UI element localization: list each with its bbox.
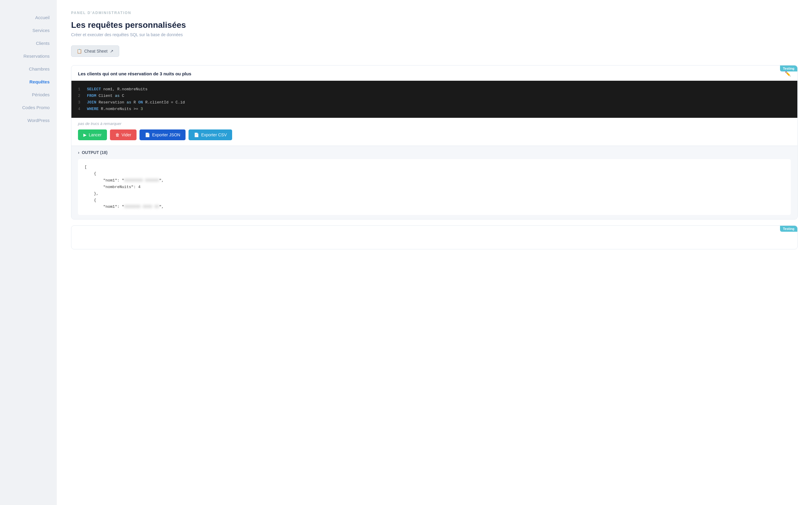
play-icon: ▶ — [83, 133, 87, 137]
sidebar: Accueil Services Clients Reservations Ch… — [0, 0, 57, 505]
lancer-label: Lancer — [89, 133, 101, 137]
sidebar-item-reservations[interactable]: Reservations — [0, 50, 57, 61]
output-line-obj2-open: { — [84, 197, 784, 204]
code-line-4: 4 WHERE R.nombreNuits >= 3 — [78, 106, 791, 113]
line-num-2: 2 — [78, 93, 82, 99]
edit-icon[interactable]: ✏️ — [785, 71, 791, 76]
external-link-icon: ↗ — [110, 49, 113, 53]
output-line-obj-close: }, — [84, 190, 784, 197]
sidebar-item-periodes[interactable]: Périodes — [0, 89, 57, 100]
cheat-sheet-label: Cheat Sheet — [84, 49, 107, 53]
page-subtitle: Créer et executer des requêtes SQL sur l… — [71, 32, 798, 37]
output-line-obj-open: { — [84, 170, 784, 177]
export-json-label: Exporter JSON — [152, 133, 180, 137]
output-line-nom1: "nom1": "XXXXXXXX XXXXXX", — [84, 177, 784, 184]
sidebar-item-requetes[interactable]: Requêtes — [0, 76, 57, 87]
output-section: › OUTPUT (18) [ { "nom1": "XXXXXXXX XXXX… — [71, 146, 797, 219]
code-content-2: FROM Client as C — [87, 93, 124, 99]
panel-label: PANEL D'ADMINISTRATION — [71, 11, 798, 15]
sidebar-item-chambres[interactable]: Chambres — [0, 63, 57, 74]
sidebar-item-services[interactable]: Services — [0, 25, 57, 36]
output-content: [ { "nom1": "XXXXXXXX XXXXXX", "nombreNu… — [78, 159, 791, 215]
json-icon: 📄 — [145, 133, 150, 137]
chevron-right-icon: › — [78, 150, 79, 155]
blurred-nom1: XXXXXXXX XXXXXX — [124, 177, 159, 184]
testing-badge-2: Testing — [780, 226, 797, 232]
main-content: PANEL D'ADMINISTRATION Les requêtes pers… — [57, 0, 812, 505]
output-line-bracket-open: [ — [84, 164, 784, 170]
output-label: OUTPUT (18) — [82, 150, 107, 155]
page-title: Les requêtes personnalisées — [71, 20, 798, 30]
blurred-nom1b: XXXXXXX XXXX XX — [124, 204, 159, 210]
line-num-4: 4 — [78, 106, 82, 113]
query-notes: pas de trucs à remarquer — [71, 118, 797, 130]
trash-icon: 🗑 — [115, 133, 119, 137]
code-line-1: 1 SELECT nom1, R.nombreNuits — [78, 86, 791, 93]
sidebar-item-wordpress[interactable]: WordPress — [0, 115, 57, 126]
action-buttons: ▶ Lancer 🗑 Vider 📄 Exporter JSON 📄 Expor… — [71, 130, 797, 146]
export-csv-button[interactable]: 📄 Exporter CSV — [189, 130, 232, 140]
vider-button[interactable]: 🗑 Vider — [110, 130, 137, 140]
code-content-1: SELECT nom1, R.nombreNuits — [87, 86, 148, 93]
code-line-2: 2 FROM Client as C — [78, 93, 791, 99]
export-csv-label: Exporter CSV — [201, 133, 227, 137]
vider-label: Vider — [121, 133, 131, 137]
export-json-button[interactable]: 📄 Exporter JSON — [140, 130, 186, 140]
cheat-sheet-button[interactable]: 📋 Cheat Sheet ↗ — [71, 45, 119, 57]
query-card-header: Les clients qui ont une réservation de 3… — [71, 65, 797, 81]
query-card-2: Testing — [71, 225, 798, 249]
sidebar-item-codes-promo[interactable]: Codes Promo — [0, 102, 57, 113]
output-header[interactable]: › OUTPUT (18) — [78, 150, 791, 155]
output-line-nom1b: "nom1": "XXXXXXX XXXX XX", — [84, 204, 784, 210]
sidebar-item-clients[interactable]: Clients — [0, 38, 57, 49]
book-icon: 📋 — [77, 49, 82, 53]
line-num-3: 3 — [78, 99, 82, 106]
lancer-button[interactable]: ▶ Lancer — [78, 130, 107, 140]
sidebar-item-accueil[interactable]: Accueil — [0, 12, 57, 23]
query-title: Les clients qui ont une réservation de 3… — [78, 71, 191, 76]
output-line-nombre-nuits: "nombreNuits": 4 — [84, 184, 784, 190]
code-block: 1 SELECT nom1, R.nombreNuits 2 FROM Clie… — [71, 81, 797, 118]
testing-badge-1: Testing — [780, 65, 797, 71]
query-card-1: Testing Les clients qui ont une réservat… — [71, 65, 798, 219]
csv-icon: 📄 — [194, 133, 199, 137]
code-content-3: JOIN Reservation as R ON R.clientId = C.… — [87, 99, 185, 106]
code-line-3: 3 JOIN Reservation as R ON R.clientId = … — [78, 99, 791, 106]
line-num-1: 1 — [78, 86, 82, 93]
code-content-4: WHERE R.nombreNuits >= 3 — [87, 106, 143, 113]
